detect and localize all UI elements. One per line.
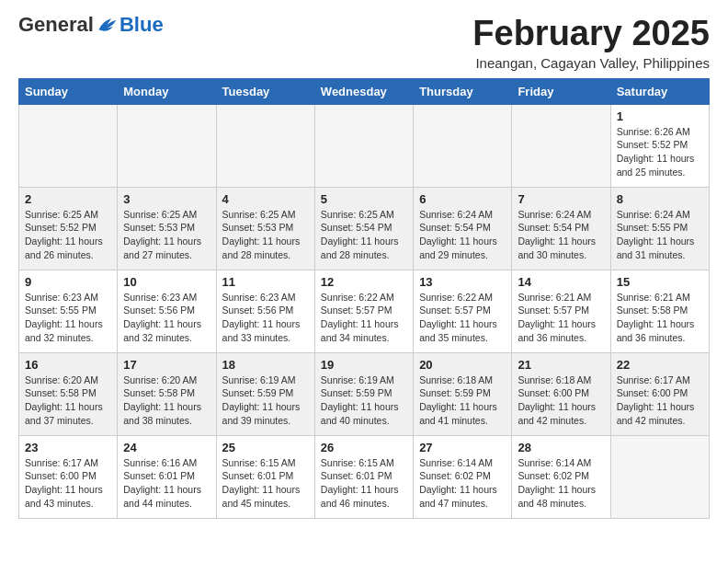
day-info: Sunrise: 6:14 AMSunset: 6:02 PMDaylight:… [419, 456, 506, 511]
calendar-cell [19, 104, 118, 187]
calendar-cell: 20Sunrise: 6:18 AMSunset: 5:59 PMDayligh… [414, 352, 512, 435]
day-header-thursday: Thursday [414, 78, 512, 104]
calendar-week-3: 9Sunrise: 6:23 AMSunset: 5:55 PMDaylight… [19, 270, 710, 352]
day-number: 7 [518, 192, 604, 206]
day-number: 20 [419, 358, 506, 372]
day-number: 11 [222, 275, 309, 289]
calendar-cell: 23Sunrise: 6:17 AMSunset: 6:00 PMDayligh… [19, 435, 118, 518]
calendar-table: SundayMondayTuesdayWednesdayThursdayFrid… [18, 78, 710, 519]
calendar-subtitle: Ineangan, Cagayan Valley, Philippines [472, 55, 710, 71]
day-number: 1 [617, 109, 703, 123]
calendar-cell: 5Sunrise: 6:25 AMSunset: 5:54 PMDaylight… [314, 187, 413, 270]
day-header-sunday: Sunday [19, 78, 118, 104]
day-number: 22 [617, 358, 703, 372]
day-info: Sunrise: 6:25 AMSunset: 5:54 PMDaylight:… [321, 208, 407, 262]
logo-blue-text: Blue [119, 15, 164, 35]
calendar-cell: 19Sunrise: 6:19 AMSunset: 5:59 PMDayligh… [314, 352, 413, 435]
calendar-cell: 14Sunrise: 6:21 AMSunset: 5:57 PMDayligh… [512, 270, 610, 352]
logo-bird-icon [96, 17, 118, 33]
day-number: 15 [617, 275, 703, 289]
day-number: 23 [25, 441, 111, 454]
day-number: 9 [25, 275, 111, 289]
calendar-cell: 12Sunrise: 6:22 AMSunset: 5:57 PMDayligh… [314, 270, 413, 352]
logo: General Blue [18, 15, 164, 35]
day-info: Sunrise: 6:18 AMSunset: 6:00 PMDaylight:… [518, 373, 604, 428]
calendar-cell [512, 104, 610, 187]
calendar-week-4: 16Sunrise: 6:20 AMSunset: 5:58 PMDayligh… [19, 352, 710, 435]
day-info: Sunrise: 6:21 AMSunset: 5:58 PMDaylight:… [617, 291, 703, 345]
calendar-cell: 3Sunrise: 6:25 AMSunset: 5:53 PMDaylight… [118, 187, 216, 270]
day-number: 8 [617, 192, 703, 206]
calendar-cell: 27Sunrise: 6:14 AMSunset: 6:02 PMDayligh… [414, 435, 512, 518]
calendar-header-row: SundayMondayTuesdayWednesdayThursdayFrid… [19, 78, 710, 104]
day-number: 14 [518, 275, 604, 289]
calendar-cell: 21Sunrise: 6:18 AMSunset: 6:00 PMDayligh… [512, 352, 610, 435]
day-info: Sunrise: 6:25 AMSunset: 5:52 PMDaylight:… [25, 208, 111, 262]
calendar-cell: 8Sunrise: 6:24 AMSunset: 5:55 PMDaylight… [610, 187, 709, 270]
day-number: 16 [25, 358, 111, 372]
day-header-friday: Friday [512, 78, 610, 104]
day-info: Sunrise: 6:15 AMSunset: 6:01 PMDaylight:… [222, 456, 309, 511]
calendar-cell: 1Sunrise: 6:26 AMSunset: 5:52 PMDaylight… [610, 104, 709, 187]
calendar-cell [314, 104, 413, 187]
day-number: 6 [419, 192, 506, 206]
calendar-cell: 6Sunrise: 6:24 AMSunset: 5:54 PMDaylight… [414, 187, 512, 270]
day-info: Sunrise: 6:24 AMSunset: 5:54 PMDaylight:… [518, 208, 604, 262]
day-number: 24 [123, 441, 210, 454]
day-info: Sunrise: 6:22 AMSunset: 5:57 PMDaylight:… [419, 291, 506, 345]
day-info: Sunrise: 6:24 AMSunset: 5:54 PMDaylight:… [419, 208, 506, 262]
calendar-cell [216, 104, 314, 187]
day-number: 10 [123, 275, 210, 289]
calendar-cell: 17Sunrise: 6:20 AMSunset: 5:58 PMDayligh… [118, 352, 216, 435]
calendar-cell [610, 435, 709, 518]
day-header-saturday: Saturday [610, 78, 709, 104]
calendar-cell: 11Sunrise: 6:23 AMSunset: 5:56 PMDayligh… [216, 270, 314, 352]
calendar-cell: 13Sunrise: 6:22 AMSunset: 5:57 PMDayligh… [414, 270, 512, 352]
calendar-week-5: 23Sunrise: 6:17 AMSunset: 6:00 PMDayligh… [19, 435, 710, 518]
day-info: Sunrise: 6:21 AMSunset: 5:57 PMDaylight:… [518, 291, 604, 345]
day-info: Sunrise: 6:14 AMSunset: 6:02 PMDaylight:… [518, 456, 604, 511]
day-number: 2 [25, 192, 111, 206]
calendar-cell: 16Sunrise: 6:20 AMSunset: 5:58 PMDayligh… [19, 352, 118, 435]
day-number: 13 [419, 275, 506, 289]
day-info: Sunrise: 6:20 AMSunset: 5:58 PMDaylight:… [123, 373, 210, 428]
calendar-cell: 25Sunrise: 6:15 AMSunset: 6:01 PMDayligh… [216, 435, 314, 518]
calendar-cell: 15Sunrise: 6:21 AMSunset: 5:58 PMDayligh… [610, 270, 709, 352]
calendar-cell: 9Sunrise: 6:23 AMSunset: 5:55 PMDaylight… [19, 270, 118, 352]
day-info: Sunrise: 6:25 AMSunset: 5:53 PMDaylight:… [123, 208, 210, 262]
day-number: 17 [123, 358, 210, 372]
page-header: General Blue February 2025 Ineangan, Cag… [18, 15, 710, 71]
day-info: Sunrise: 6:26 AMSunset: 5:52 PMDaylight:… [617, 125, 703, 179]
title-block: February 2025 Ineangan, Cagayan Valley, … [472, 15, 710, 71]
day-number: 5 [321, 192, 407, 206]
calendar-cell: 18Sunrise: 6:19 AMSunset: 5:59 PMDayligh… [216, 352, 314, 435]
day-info: Sunrise: 6:19 AMSunset: 5:59 PMDaylight:… [321, 373, 407, 428]
day-info: Sunrise: 6:23 AMSunset: 5:55 PMDaylight:… [25, 291, 111, 345]
calendar-cell: 26Sunrise: 6:15 AMSunset: 6:01 PMDayligh… [314, 435, 413, 518]
calendar-cell: 28Sunrise: 6:14 AMSunset: 6:02 PMDayligh… [512, 435, 610, 518]
day-info: Sunrise: 6:18 AMSunset: 5:59 PMDaylight:… [419, 373, 506, 428]
calendar-week-2: 2Sunrise: 6:25 AMSunset: 5:52 PMDaylight… [19, 187, 710, 270]
calendar-cell: 10Sunrise: 6:23 AMSunset: 5:56 PMDayligh… [118, 270, 216, 352]
calendar-cell: 7Sunrise: 6:24 AMSunset: 5:54 PMDaylight… [512, 187, 610, 270]
day-info: Sunrise: 6:15 AMSunset: 6:01 PMDaylight:… [321, 456, 407, 511]
calendar-cell [414, 104, 512, 187]
day-number: 3 [123, 192, 210, 206]
day-info: Sunrise: 6:22 AMSunset: 5:57 PMDaylight:… [321, 291, 407, 345]
calendar-cell: 24Sunrise: 6:16 AMSunset: 6:01 PMDayligh… [118, 435, 216, 518]
day-info: Sunrise: 6:23 AMSunset: 5:56 PMDaylight:… [222, 291, 309, 345]
day-info: Sunrise: 6:16 AMSunset: 6:01 PMDaylight:… [123, 456, 210, 511]
day-number: 18 [222, 358, 309, 372]
calendar-cell: 22Sunrise: 6:17 AMSunset: 6:00 PMDayligh… [610, 352, 709, 435]
day-info: Sunrise: 6:20 AMSunset: 5:58 PMDaylight:… [25, 373, 111, 428]
day-info: Sunrise: 6:19 AMSunset: 5:59 PMDaylight:… [222, 373, 309, 428]
day-number: 19 [321, 358, 407, 372]
day-info: Sunrise: 6:17 AMSunset: 6:00 PMDaylight:… [25, 456, 111, 511]
calendar-cell: 4Sunrise: 6:25 AMSunset: 5:53 PMDaylight… [216, 187, 314, 270]
day-number: 26 [321, 441, 407, 454]
day-number: 12 [321, 275, 407, 289]
day-header-wednesday: Wednesday [314, 78, 413, 104]
day-header-monday: Monday [118, 78, 216, 104]
day-info: Sunrise: 6:17 AMSunset: 6:00 PMDaylight:… [617, 373, 703, 428]
calendar-title: February 2025 [472, 15, 710, 53]
